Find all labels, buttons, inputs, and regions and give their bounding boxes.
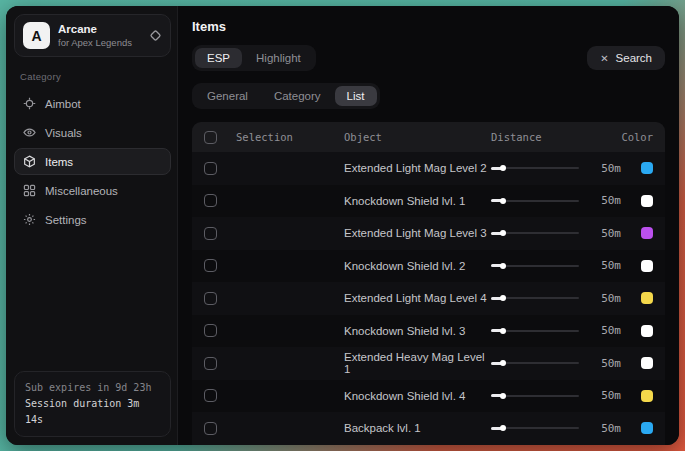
color-swatch[interactable] bbox=[641, 422, 653, 434]
table-body: Extended Light Mag Level 2 50m Knockdown… bbox=[192, 152, 665, 445]
color-swatch[interactable] bbox=[641, 195, 653, 207]
distance-value: 50m bbox=[601, 194, 621, 207]
object-name: Extended Light Mag Level 2 bbox=[344, 162, 491, 174]
sidebar-item-label: Aimbot bbox=[45, 98, 81, 110]
distance-slider[interactable] bbox=[491, 423, 579, 433]
distance-slider[interactable] bbox=[491, 293, 579, 303]
app-logo: A bbox=[23, 22, 50, 49]
distance-slider[interactable] bbox=[491, 261, 579, 271]
tab-highlight[interactable]: Highlight bbox=[244, 48, 313, 68]
sidebar-item-aimbot[interactable]: Aimbot bbox=[14, 90, 171, 117]
row-checkbox[interactable] bbox=[204, 162, 217, 175]
distance-value: 50m bbox=[601, 259, 621, 272]
session-duration-text: Session duration 3m 14s bbox=[25, 396, 160, 428]
tab-esp[interactable]: ESP bbox=[195, 48, 242, 68]
items-table: Selection Object Distance Color Extended… bbox=[192, 122, 665, 445]
color-swatch[interactable] bbox=[641, 292, 653, 304]
crosshair-icon bbox=[23, 97, 36, 110]
sub-expires-text: Sub expires in 9d 23h bbox=[25, 380, 160, 396]
sidebar-item-label: Visuals bbox=[45, 127, 82, 139]
distance-value: 50m bbox=[601, 357, 621, 370]
distance-value: 50m bbox=[601, 389, 621, 402]
search-button[interactable]: ✕ Search bbox=[587, 46, 665, 70]
sidebar: A Arcane for Apex Legends Category Aimbo… bbox=[6, 6, 178, 445]
session-info-card: Sub expires in 9d 23h Session duration 3… bbox=[14, 371, 171, 437]
app-name: Arcane bbox=[58, 22, 141, 36]
color-swatch[interactable] bbox=[641, 357, 653, 369]
color-swatch[interactable] bbox=[641, 325, 653, 337]
table-row: Extended Heavy Mag Level 1 50m bbox=[192, 347, 665, 380]
object-name: Extended Light Mag Level 3 bbox=[344, 227, 491, 239]
gem-icon[interactable] bbox=[149, 29, 162, 42]
color-swatch[interactable] bbox=[641, 162, 653, 174]
table-row: Backpack lvl. 1 50m bbox=[192, 412, 665, 445]
object-name: Knockdown Shield lvl. 2 bbox=[344, 260, 491, 272]
color-swatch[interactable] bbox=[641, 260, 653, 272]
table-row: Knockdown Shield lvl. 1 50m bbox=[192, 185, 665, 218]
view-tab-group: General Category List bbox=[192, 83, 380, 109]
row-checkbox[interactable] bbox=[204, 227, 217, 240]
table-row: Extended Light Mag Level 3 50m bbox=[192, 217, 665, 250]
app-window: A Arcane for Apex Legends Category Aimbo… bbox=[6, 6, 679, 445]
row-checkbox[interactable] bbox=[204, 259, 217, 272]
sidebar-item-label: Items bbox=[45, 156, 73, 168]
header-distance: Distance bbox=[491, 131, 621, 143]
object-name: Knockdown Shield lvl. 3 bbox=[344, 325, 491, 337]
box-icon bbox=[23, 155, 36, 168]
sidebar-item-visuals[interactable]: Visuals bbox=[14, 119, 171, 146]
table-header-row: Selection Object Distance Color bbox=[192, 122, 665, 152]
row-checkbox[interactable] bbox=[204, 389, 217, 402]
app-header-card: A Arcane for Apex Legends bbox=[14, 14, 171, 57]
tab-general[interactable]: General bbox=[195, 86, 260, 106]
gear-icon bbox=[23, 213, 36, 226]
mode-tab-group: ESP Highlight bbox=[192, 45, 316, 71]
distance-value: 50m bbox=[601, 324, 621, 337]
distance-value: 50m bbox=[601, 422, 621, 435]
tab-category[interactable]: Category bbox=[262, 86, 333, 106]
category-label: Category bbox=[20, 71, 167, 82]
search-button-label: Search bbox=[616, 52, 652, 64]
distance-slider[interactable] bbox=[491, 358, 579, 368]
table-row: Knockdown Shield lvl. 2 50m bbox=[192, 250, 665, 283]
sidebar-item-label: Settings bbox=[45, 214, 87, 226]
table-row: Extended Light Mag Level 4 50m bbox=[192, 282, 665, 315]
distance-slider[interactable] bbox=[491, 228, 579, 238]
distance-slider[interactable] bbox=[491, 391, 579, 401]
row-checkbox[interactable] bbox=[204, 324, 217, 337]
distance-slider[interactable] bbox=[491, 326, 579, 336]
row-checkbox[interactable] bbox=[204, 292, 217, 305]
table-row: Extended Light Mag Level 2 50m bbox=[192, 152, 665, 185]
sidebar-item-label: Miscellaneous bbox=[45, 185, 118, 197]
row-checkbox[interactable] bbox=[204, 422, 217, 435]
object-name: Extended Light Mag Level 4 bbox=[344, 292, 491, 304]
object-name: Knockdown Shield lvl. 4 bbox=[344, 390, 491, 402]
sidebar-item-items[interactable]: Items bbox=[14, 148, 171, 175]
sidebar-item-miscellaneous[interactable]: Miscellaneous bbox=[14, 177, 171, 204]
header-color: Color bbox=[621, 131, 653, 143]
color-swatch[interactable] bbox=[641, 390, 653, 402]
header-object: Object bbox=[344, 131, 491, 143]
row-checkbox[interactable] bbox=[204, 357, 217, 370]
distance-value: 50m bbox=[601, 292, 621, 305]
distance-value: 50m bbox=[601, 227, 621, 240]
object-name: Extended Heavy Mag Level 1 bbox=[344, 351, 491, 375]
header-selection: Selection bbox=[236, 131, 344, 143]
select-all-checkbox[interactable] bbox=[204, 131, 217, 144]
distance-value: 50m bbox=[601, 162, 621, 175]
object-name: Knockdown Shield lvl. 1 bbox=[344, 195, 491, 207]
color-swatch[interactable] bbox=[641, 227, 653, 239]
page-title: Items bbox=[192, 19, 665, 34]
sidebar-item-settings[interactable]: Settings bbox=[14, 206, 171, 233]
table-row: Knockdown Shield lvl. 3 50m bbox=[192, 315, 665, 348]
row-checkbox[interactable] bbox=[204, 194, 217, 207]
main-panel: Items ESP Highlight ✕ Search General Cat… bbox=[178, 6, 679, 445]
eye-icon bbox=[23, 126, 36, 139]
tab-list[interactable]: List bbox=[335, 86, 377, 106]
distance-slider[interactable] bbox=[491, 196, 579, 206]
close-icon: ✕ bbox=[600, 53, 608, 64]
table-row: Knockdown Shield lvl. 4 50m bbox=[192, 380, 665, 413]
toolbar: ESP Highlight ✕ Search bbox=[192, 45, 665, 71]
distance-slider[interactable] bbox=[491, 163, 579, 173]
app-subtitle: for Apex Legends bbox=[58, 37, 141, 49]
object-name: Backpack lvl. 1 bbox=[344, 422, 491, 434]
